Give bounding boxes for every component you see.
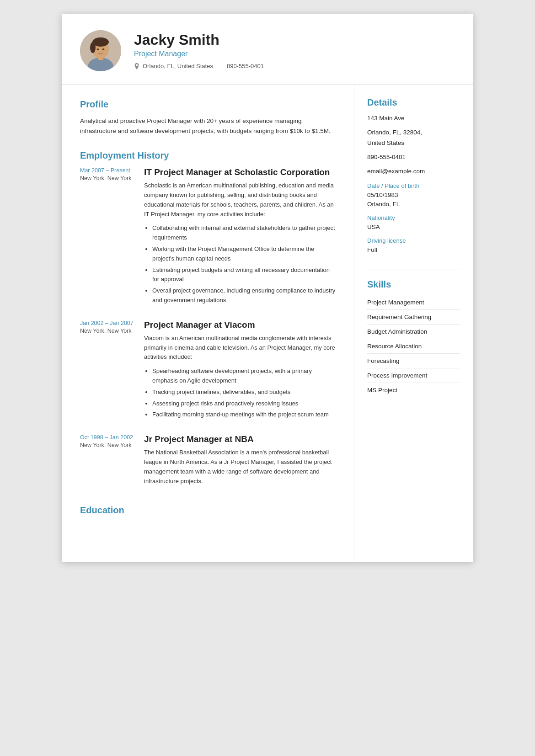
emp-content-3: Jr Project Manager at NBA The National B…: [144, 434, 336, 490]
employment-section: Employment History Mar 2007 – Present Ne…: [80, 150, 336, 490]
profile-section: Profile Analytical and proactive Project…: [80, 99, 336, 136]
location-pin-icon: [134, 63, 139, 69]
skill-item-4: Resource Allocation: [367, 339, 460, 354]
resume-header: Jacky Smith Project Manager Orlando, FL,…: [62, 14, 473, 85]
header-location: Orlando, FL, United States: [134, 63, 213, 69]
emp-location-1: New York, New York: [80, 175, 138, 181]
driving-label: Driving license: [367, 237, 460, 244]
main-column: Profile Analytical and proactive Project…: [62, 85, 354, 562]
details-title: Details: [367, 97, 460, 108]
location-text: Orlando, FL, United States: [143, 63, 213, 69]
emp-job-title-2: Project Manager at Viacom: [144, 320, 336, 330]
side-divider: [367, 270, 460, 270]
emp-date-2: Jan 2002 – Jan 2007: [80, 320, 138, 326]
employment-entry-2: Jan 2002 – Jan 2007 New York, New York P…: [80, 320, 336, 421]
skill-item-6: Process Improvement: [367, 368, 460, 383]
emp-date-loc-1: Mar 2007 – Present New York, New York: [80, 167, 144, 307]
header-info: Jacky Smith Project Manager Orlando, FL,…: [134, 32, 455, 69]
emp-date-3: Oct 1998 – Jan 2002: [80, 434, 138, 441]
emp-bullets-2: Spearheading software development projec…: [144, 367, 336, 420]
detail-email: email@example.com: [367, 166, 460, 177]
emp-desc-2: Viacom is an American multinational medi…: [144, 334, 336, 362]
candidate-name: Jacky Smith: [134, 32, 455, 48]
bullet-item: Facilitating morning stand-up meetings w…: [152, 410, 336, 420]
detail-address1: 143 Main Ave: [367, 113, 460, 124]
education-section: Education: [80, 505, 336, 516]
emp-desc-3: The National Basketball Association is a…: [144, 448, 336, 486]
emp-job-title-1: IT Project Manager at Scholastic Corpora…: [144, 167, 336, 177]
emp-content-2: Project Manager at Viacom Viacom is an A…: [144, 320, 336, 421]
profile-text: Analytical and proactive Project Manager…: [80, 116, 336, 136]
skills-title: Skills: [367, 279, 460, 290]
side-column: Details 143 Main Ave Orlando, FL, 32804,…: [354, 85, 473, 562]
emp-date-loc-3: Oct 1998 – Jan 2002 New York, New York: [80, 434, 144, 490]
detail-address2: Orlando, FL, 32804, United States: [367, 128, 460, 149]
profile-title: Profile: [80, 99, 336, 110]
skills-section: Skills Project Management Requirement Ga…: [367, 279, 460, 397]
emp-content-1: IT Project Manager at Scholastic Corpora…: [144, 167, 336, 307]
skill-item-7: MS Project: [367, 383, 460, 397]
dob-value: 05/10/1983 Orlando, FL: [367, 191, 460, 209]
emp-location-3: New York, New York: [80, 442, 138, 448]
skill-item-5: Forecasting: [367, 354, 460, 368]
location-phone-row: Orlando, FL, United States 890-555-0401: [134, 63, 455, 69]
svg-point-7: [93, 37, 108, 45]
dob-label: Date / Place of birth: [367, 182, 460, 189]
svg-point-9: [102, 48, 105, 50]
emp-date-loc-2: Jan 2002 – Jan 2007 New York, New York: [80, 320, 144, 421]
emp-job-title-3: Jr Project Manager at NBA: [144, 434, 336, 444]
bullet-item: Spearheading software development projec…: [152, 367, 336, 386]
nationality-value: USA: [367, 223, 460, 232]
bullet-item: Tracking project timelines, deliverables…: [152, 388, 336, 397]
bullet-item: Overall project governance, including en…: [152, 286, 336, 305]
emp-date-1: Mar 2007 – Present: [80, 167, 138, 174]
bullet-item: Working with the Project Management Offi…: [152, 245, 336, 264]
details-section: Details 143 Main Ave Orlando, FL, 32804,…: [367, 97, 460, 255]
svg-point-6: [90, 42, 96, 53]
avatar: [80, 30, 121, 71]
resume-paper: Jacky Smith Project Manager Orlando, FL,…: [62, 14, 473, 562]
svg-point-8: [97, 48, 99, 50]
employment-entry-1: Mar 2007 – Present New York, New York IT…: [80, 167, 336, 307]
employment-title: Employment History: [80, 150, 336, 161]
nationality-label: Nationality: [367, 214, 460, 221]
emp-location-2: New York, New York: [80, 328, 138, 334]
bullet-item: Assessing project risks and proactively …: [152, 399, 336, 409]
employment-entry-3: Oct 1998 – Jan 2002 New York, New York J…: [80, 434, 336, 490]
bullet-item: Collaborating with internal and external…: [152, 224, 336, 243]
detail-phone: 890-555-0401: [367, 152, 460, 163]
candidate-title: Project Manager: [134, 50, 455, 58]
header-phone: 890-555-0401: [227, 63, 264, 69]
bullet-item: Estimating project budgets and writing a…: [152, 266, 336, 285]
emp-bullets-1: Collaborating with internal and external…: [144, 224, 336, 305]
driving-value: Full: [367, 245, 460, 255]
education-title: Education: [80, 505, 336, 516]
emp-desc-1: Scholastic is an American multinational …: [144, 181, 336, 219]
skill-item-3: Budget Administration: [367, 325, 460, 339]
skill-item-2: Requirement Gathering: [367, 310, 460, 325]
body-columns: Profile Analytical and proactive Project…: [62, 85, 473, 562]
skill-item-1: Project Management: [367, 295, 460, 310]
